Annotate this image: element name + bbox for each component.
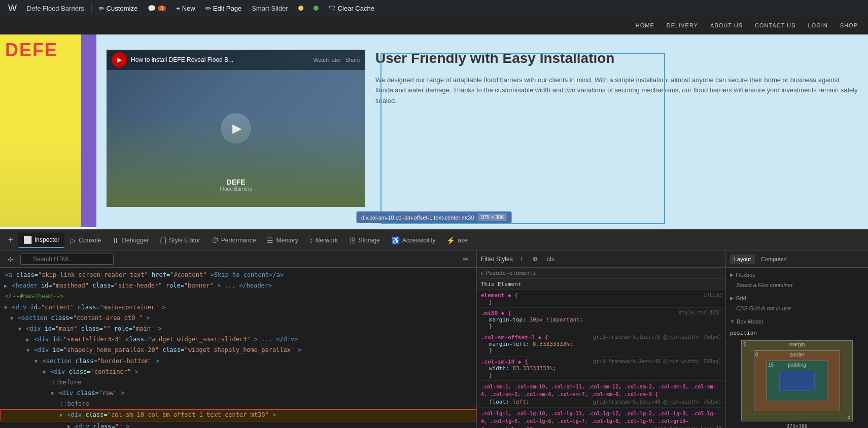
html-line[interactable]: <header id="masthead" class="site-header…	[0, 280, 476, 291]
tab-performance[interactable]: ⏱ Performance	[206, 233, 261, 247]
tab-network[interactable]: ↕ Network	[304, 233, 343, 247]
nav-contact[interactable]: CONTACT US	[755, 22, 796, 28]
grid-label: Grid	[736, 295, 746, 301]
tree-triangle[interactable]	[51, 390, 54, 396]
attr: class=	[93, 423, 115, 428]
computed-tab-button[interactable]: Computed	[757, 255, 791, 264]
tab-axe[interactable]: ⚡ axe	[441, 233, 472, 247]
pseudo-element: ::before	[52, 379, 81, 386]
edit-page-label: Edit Page	[213, 5, 241, 12]
tree-triangle[interactable]	[26, 347, 29, 353]
comments-button[interactable]: 💬 0	[144, 0, 170, 16]
copy-rule-button[interactable]: ⧉	[530, 254, 541, 265]
pseudo-elements-section[interactable]: ▶ Pseudo-elements	[477, 268, 725, 279]
youtube-icon	[112, 52, 127, 67]
add-rule-button[interactable]: +	[516, 254, 527, 265]
attr-val: "content-area pt0 "	[73, 314, 143, 322]
flexbox-header[interactable]: Flexbox	[730, 272, 864, 278]
nav-home[interactable]: HOME	[636, 22, 654, 28]
tab-accessibility[interactable]: ♿ Accessibility	[386, 233, 440, 247]
tab-inspector[interactable]: ⬜ Inspector	[18, 233, 64, 248]
video-watch-time: Watch later	[313, 57, 341, 63]
tag: <section	[18, 314, 47, 322]
tab-console[interactable]: ▷ Console	[65, 233, 106, 247]
wordpress-logo[interactable]: W	[4, 0, 21, 16]
new-button[interactable]: + New	[172, 0, 199, 16]
html-line[interactable]: <div class="container" >	[0, 367, 476, 377]
edit-page-button[interactable]: ✏ Edit Page	[201, 0, 246, 16]
attr-val: "smartslider3-3"	[63, 336, 122, 343]
nav-login[interactable]: LOGIN	[808, 22, 828, 28]
tree-triangle[interactable]	[67, 424, 70, 428]
html-line[interactable]: ::before	[0, 377, 476, 388]
html-line[interactable]: ::before	[0, 399, 476, 409]
tab-debugger[interactable]: ⏸ Debugger	[107, 233, 154, 247]
tree-triangle[interactable]	[4, 305, 7, 310]
html-toolbar: ⊹ 🔍 ✏	[0, 251, 476, 268]
attr: class=	[51, 314, 73, 322]
html-line[interactable]: <div id="content" class="main-container"…	[0, 302, 476, 313]
html-line[interactable]: <a class="skip-link screen-reader-text" …	[0, 270, 476, 280]
margin-label-top: margin	[789, 342, 805, 347]
box-model-diagram: margin 0 5 border 0 padding 15	[741, 340, 853, 421]
html-line[interactable]: <div id="shapely_home_parallax-20" class…	[0, 345, 476, 355]
attr-val: "content"	[41, 304, 74, 311]
tree-triangle[interactable]	[10, 315, 13, 321]
pick-element-button[interactable]: ⊹	[4, 253, 17, 266]
attr: id=	[30, 304, 41, 311]
clear-cache-label: Clear Cache	[338, 5, 374, 12]
box-model-header[interactable]: Box Model	[730, 318, 864, 325]
clear-cache-button[interactable]: 🛡 Clear Cache	[325, 0, 378, 16]
nav-shop[interactable]: SHOP	[840, 22, 858, 28]
admin-bar-site-title[interactable]: Defe Flood Barriers	[23, 0, 88, 16]
plus-icon: +	[176, 5, 180, 12]
devtools-add-button[interactable]: +	[4, 234, 17, 247]
nav-delivery[interactable]: DELIVERY	[667, 22, 698, 28]
tree-triangle[interactable]	[59, 412, 62, 418]
tag: >	[134, 368, 138, 375]
margin-left-val: 0	[744, 342, 747, 347]
html-line[interactable]: <section class="border-bottom" >	[0, 356, 476, 367]
edit-icon: ✏	[205, 5, 211, 12]
html-line[interactable]: <div id="smartslider3-3" class="widget w…	[0, 334, 476, 345]
tree-triangle[interactable]	[26, 337, 29, 342]
html-line[interactable]: <div class="" >	[0, 421, 476, 428]
tab-memory[interactable]: ☰ Memory	[262, 233, 303, 247]
html-line[interactable]: <!--#masthead-->	[0, 291, 476, 302]
tab-style-editor[interactable]: { } Style Editor	[155, 233, 205, 247]
grid-header[interactable]: Grid	[730, 295, 864, 301]
box-model-section: Box Model position margin 0 5 border	[730, 318, 864, 428]
tag: <div	[75, 423, 89, 428]
yellow-status[interactable]	[294, 0, 307, 16]
html-line[interactable]: <div id="main" class="" role="main" >	[0, 324, 476, 334]
layout-tab-button[interactable]: Layout	[730, 255, 755, 264]
css-rule: .mt30 ◆ {style.css:3231 margin-top: 30px…	[477, 308, 725, 332]
smart-slider-button[interactable]: Smart Slider	[248, 0, 292, 16]
css-value: 83.33333333%;	[509, 365, 557, 372]
border-val: 0	[755, 352, 758, 358]
cls-button[interactable]: .cls	[544, 254, 555, 265]
tag: >Skip to content</a>	[211, 271, 284, 278]
green-status[interactable]	[309, 0, 323, 16]
customize-button[interactable]: ✏ Customize	[95, 0, 142, 16]
tree-triangle[interactable]	[43, 369, 46, 375]
selected-html-line[interactable]: <div class="col-sm-10 col-sm-offset-1 te…	[0, 409, 476, 421]
attr-val: "site-header"	[115, 282, 162, 289]
nav-about[interactable]: ABOUT US	[710, 22, 743, 28]
html-line[interactable]: <section class="content-area pt0 " >	[0, 313, 476, 324]
admin-bar: W Defe Flood Barriers ✏ Customize 💬 0 + …	[0, 0, 868, 16]
this-element-section[interactable]: This Element	[477, 279, 725, 290]
tab-storage[interactable]: 🗄 Storage	[344, 233, 385, 247]
customize-icon: ✏	[99, 5, 105, 12]
search-html-input[interactable]	[20, 254, 114, 265]
separator	[91, 3, 92, 13]
html-toolbar-pencil[interactable]: ✏	[459, 253, 472, 266]
devtools-content: ⊹ 🔍 ✏ <a class="skip-link screen-reader-…	[0, 251, 868, 428]
attr-val: "widget shapely_home_parallax"	[185, 346, 295, 353]
html-line[interactable]: <div class="row" >	[0, 388, 476, 399]
tree-triangle[interactable]	[34, 359, 38, 364]
tree-triangle[interactable]	[18, 326, 21, 332]
video-container[interactable]: How to install DEFE Reveal Flood B... Wa…	[107, 50, 365, 207]
tree-triangle[interactable]	[4, 283, 7, 289]
filter-styles-label: Filter Styles	[481, 256, 513, 263]
